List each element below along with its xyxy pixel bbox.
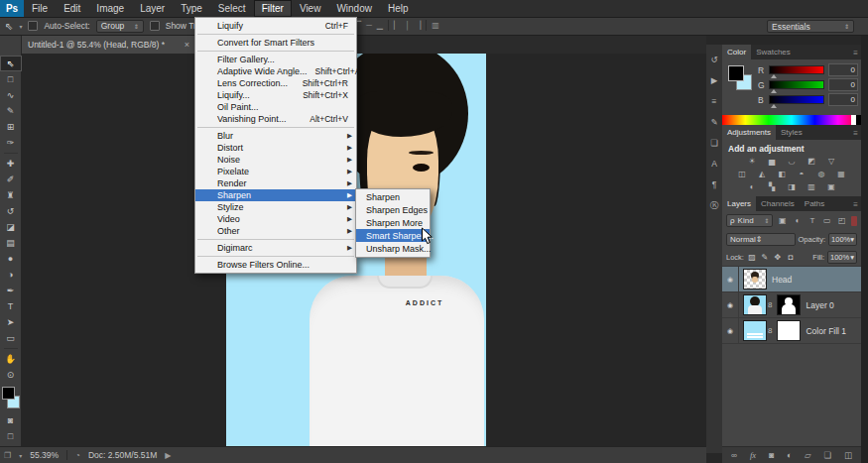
threshold-icon[interactable]: ◨ <box>785 181 800 192</box>
filter-smart-objects-icon[interactable]: ◰ <box>836 215 847 226</box>
character-panel[interactable]: A <box>708 157 721 171</box>
type-tool[interactable]: T <box>1 298 21 314</box>
zoom-tool[interactable]: ⊙ <box>1 367 21 383</box>
layer-row-head[interactable]: ◉Head <box>722 267 861 292</box>
lock-transparency-icon[interactable]: ▨ <box>747 253 757 262</box>
add-layer-mask-icon[interactable]: ◙ <box>769 450 774 460</box>
levels-icon[interactable]: ▅ <box>765 156 780 167</box>
hand-tool[interactable]: ✋ <box>1 351 21 367</box>
tab-adjustments[interactable]: Adjustments <box>722 125 776 140</box>
layer-filtering-toggle[interactable] <box>851 216 857 226</box>
layer-row-color-fill-1[interactable]: ◉8Color Fill 1 <box>722 318 861 344</box>
tab-styles[interactable]: Styles <box>776 125 807 140</box>
lock-all-icon[interactable]: ◘ <box>786 253 796 262</box>
slider-marker-icon[interactable] <box>771 74 777 78</box>
menu-item-oil-paint[interactable]: Oil Paint... <box>195 101 356 113</box>
channel-slider[interactable] <box>769 65 824 74</box>
align-vertical-centers-icon[interactable]: ─ <box>366 21 372 30</box>
hue-saturation-icon[interactable]: ◫ <box>735 169 750 179</box>
lock-position-icon[interactable]: ✥ <box>773 253 783 262</box>
brightness-contrast-icon[interactable]: ☀ <box>745 156 760 167</box>
zoom-level-field[interactable]: 55.39% <box>30 450 59 460</box>
menu-item-render[interactable]: Render▶ <box>195 177 356 189</box>
show-transform-checkbox[interactable] <box>150 21 160 31</box>
lock-pixels-icon[interactable]: ✎ <box>760 253 770 262</box>
menu-item-unsharp-mask[interactable]: Unsharp Mask... <box>356 242 430 255</box>
menu-window[interactable]: Window <box>328 0 380 17</box>
new-group-icon[interactable]: ▱ <box>805 450 811 460</box>
screen-mode-button[interactable]: □ <box>1 428 21 444</box>
menu-item-pixelate[interactable]: Pixelate▶ <box>195 166 356 177</box>
channel-value-field[interactable]: 0 <box>828 63 858 76</box>
menu-item-sharpen-more[interactable]: Sharpen More <box>356 217 430 230</box>
menu-item-sharpen-edges[interactable]: Sharpen Edges <box>356 204 430 217</box>
menu-filter[interactable]: Filter <box>254 0 292 17</box>
kuler-panel[interactable]: Ⓚ <box>708 198 721 212</box>
photo-filter-icon[interactable]: ◓ <box>795 169 809 179</box>
align-bottom-edges-icon[interactable]: ▁ <box>377 21 383 30</box>
curves-icon[interactable]: ◡ <box>785 156 800 167</box>
crop-tool[interactable]: ⊞ <box>1 119 21 135</box>
black-white-icon[interactable]: ◧ <box>775 169 790 179</box>
fill-field[interactable]: 100% ▾ <box>827 251 857 264</box>
menu-item-filter-gallery[interactable]: Filter Gallery... <box>195 54 356 65</box>
blend-mode-dropdown[interactable]: Normal ⇕ <box>726 233 796 246</box>
align-horizontal-centers-icon[interactable]: │ <box>405 21 410 30</box>
menu-item-lens-correction[interactable]: Lens Correction...Shift+Ctrl+R <box>195 77 356 89</box>
align-left-edges-icon[interactable]: ▏ <box>394 21 400 30</box>
menu-type[interactable]: Type <box>173 0 210 17</box>
menu-edit[interactable]: Edit <box>56 0 88 17</box>
layer-thumbnail[interactable] <box>743 294 767 315</box>
tab-paths[interactable]: Paths <box>800 196 829 211</box>
history-brush-tool[interactable]: ↺ <box>1 203 21 219</box>
layer-visibility-toggle[interactable]: ◉ <box>722 267 739 291</box>
channel-slider[interactable] <box>769 80 824 89</box>
move-tool[interactable]: ⇖ <box>0 56 22 71</box>
rectangle-tool[interactable]: ▭ <box>1 330 21 346</box>
spot-healing-brush-tool[interactable]: ✚ <box>1 156 21 172</box>
blur-tool[interactable]: ● <box>1 251 21 267</box>
tab-swatches[interactable]: Swatches <box>751 45 796 59</box>
clone-stamp-tool[interactable]: ♜ <box>1 187 21 203</box>
close-tab-icon[interactable]: × <box>185 40 189 50</box>
foreground-color-swatch[interactable] <box>2 387 15 400</box>
workspace-switcher[interactable]: Essentials ⇕ <box>767 20 854 33</box>
menu-item-blur[interactable]: Blur▶ <box>195 130 356 142</box>
menu-item-browse-filters-online[interactable]: Browse Filters Online... <box>195 259 356 271</box>
eraser-tool[interactable]: ◪ <box>1 219 21 235</box>
menu-item-sharpen[interactable]: Sharpen <box>356 191 430 204</box>
channel-slider[interactable] <box>769 95 824 104</box>
menu-help[interactable]: Help <box>380 0 417 17</box>
layer-mask-thumbnail[interactable] <box>777 320 801 341</box>
menu-item-noise[interactable]: Noise▶ <box>195 154 356 166</box>
tab-channels[interactable]: Channels <box>756 196 800 211</box>
foreground-color-swatch[interactable] <box>728 65 744 81</box>
tab-color[interactable]: Color <box>722 45 751 59</box>
link-layers-icon[interactable]: ∞ <box>731 450 737 460</box>
color-balance-icon[interactable]: ◭ <box>755 169 770 179</box>
menu-item-vanishing-point[interactable]: Vanishing Point...Alt+Ctrl+V <box>195 113 356 125</box>
brush-tool[interactable]: ✐ <box>1 172 21 187</box>
filter-adjustment-layers-icon[interactable]: ◐ <box>792 215 803 226</box>
vibrance-icon[interactable]: ▽ <box>824 156 839 167</box>
slider-marker-icon[interactable] <box>771 104 777 108</box>
menu-file[interactable]: File <box>24 0 56 17</box>
clone-source-panel[interactable]: ❏ <box>708 136 721 150</box>
document-thumbnail-icon[interactable]: ❐ <box>4 451 11 460</box>
properties-panel[interactable]: ≡ <box>708 94 721 108</box>
menu-item-other[interactable]: Other▶ <box>195 225 356 237</box>
new-layer-icon[interactable]: ❏ <box>823 450 831 460</box>
menu-item-video[interactable]: Video▶ <box>195 213 356 225</box>
menu-layer[interactable]: Layer <box>132 0 173 17</box>
menu-item-stylize[interactable]: Stylize▶ <box>195 201 356 213</box>
layer-effects-icon[interactable]: fx <box>750 450 756 460</box>
align-right-edges-icon[interactable]: ▕ <box>415 21 421 30</box>
lasso-tool[interactable]: ∿ <box>1 87 21 103</box>
auto-select-mode-dropdown[interactable]: Group ⇕ <box>96 20 144 33</box>
new-adjustment-layer-icon[interactable]: ◐ <box>787 450 792 460</box>
menu-view[interactable]: View <box>292 0 329 17</box>
rectangular-marquee-tool[interactable]: □ <box>1 71 21 87</box>
color-spectrum-ramp[interactable] <box>722 115 861 125</box>
layer-row-layer-0[interactable]: ◉8Layer 0 <box>722 292 861 318</box>
delete-layer-icon[interactable]: ◫ <box>844 450 852 460</box>
